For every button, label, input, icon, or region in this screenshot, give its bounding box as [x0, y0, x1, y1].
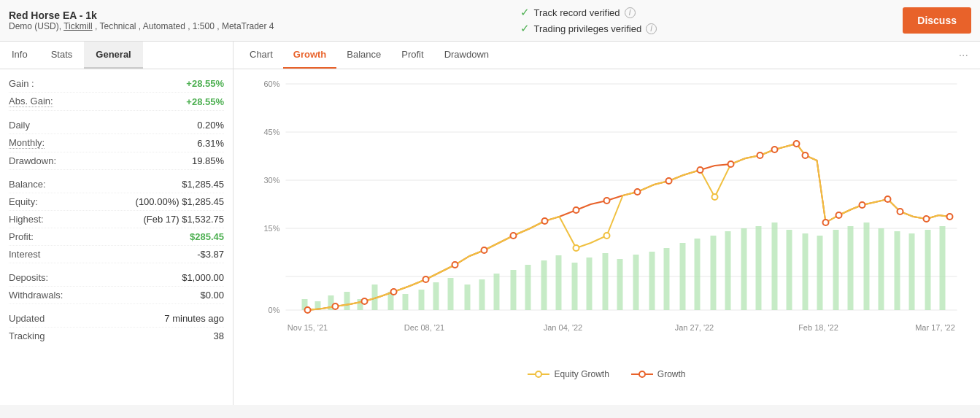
- svg-rect-55: [879, 228, 884, 310]
- chart-tab-profit[interactable]: Profit: [391, 42, 433, 69]
- gain-label: Gain :: [9, 78, 34, 89]
- profit-label: Profit:: [9, 231, 34, 242]
- monthly-label: Monthly:: [9, 137, 45, 149]
- track-record-label: Track record verified: [534, 7, 620, 18]
- chart-tab-chart[interactable]: Chart: [239, 42, 283, 69]
- svg-point-82: [885, 196, 891, 202]
- svg-point-60: [305, 307, 311, 313]
- balance-label: Balance:: [9, 179, 46, 190]
- abs-gain-label: Abs. Gain:: [9, 96, 53, 107]
- svg-point-71: [635, 189, 641, 195]
- daily-value: 0.20%: [197, 120, 224, 131]
- svg-rect-47: [756, 226, 762, 310]
- abs-gain-value: +28.55%: [186, 96, 224, 107]
- tracking-row: Tracking 38: [9, 328, 224, 344]
- svg-point-78: [803, 152, 809, 158]
- svg-rect-54: [864, 222, 870, 310]
- discuss-button[interactable]: Discuss: [903, 7, 971, 34]
- info-icon-2[interactable]: i: [646, 23, 657, 34]
- main-content: Info Stats General Gain : +28.55% Abs. G…: [0, 42, 980, 405]
- chart-tab-drawdown[interactable]: Drawdown: [434, 42, 499, 69]
- legend-equity: Equity Growth: [528, 369, 609, 379]
- updated-row: Updated 7 minutes ago: [9, 310, 224, 328]
- svg-point-85: [947, 214, 953, 220]
- monthly-value: 6.31%: [197, 138, 224, 149]
- svg-rect-42: [680, 243, 686, 310]
- growth-chart: 60% 45% 30% 15% 0% Nov 15, '21 Dec 08, '…: [241, 77, 973, 361]
- svg-point-74: [728, 161, 734, 167]
- svg-rect-25: [419, 290, 425, 310]
- svg-rect-48: [772, 222, 778, 310]
- svg-rect-38: [617, 259, 623, 310]
- verification-section: ✓ Track record verified i ✓ Trading priv…: [520, 6, 657, 35]
- svg-text:Mar 17, '22: Mar 17, '22: [915, 323, 955, 332]
- svg-point-76: [772, 147, 778, 152]
- svg-point-84: [924, 216, 930, 222]
- svg-text:Dec 08, '21: Dec 08, '21: [404, 323, 444, 332]
- drawdown-row: Drawdown: 19.85%: [9, 152, 224, 170]
- svg-rect-39: [633, 255, 639, 310]
- svg-rect-31: [511, 270, 517, 310]
- svg-rect-40: [649, 252, 655, 310]
- deposits-row: Deposits: $1,000.00: [9, 269, 224, 287]
- svg-point-75: [757, 152, 763, 158]
- check-icon-2: ✓: [520, 22, 530, 35]
- info-icon-1[interactable]: i: [625, 7, 636, 18]
- chart-legend: Equity Growth Growth: [241, 363, 973, 385]
- svg-text:Jan 27, '22: Jan 27, '22: [675, 323, 714, 332]
- svg-point-87: [604, 233, 610, 239]
- highest-label: Highest:: [9, 214, 44, 225]
- svg-point-65: [452, 262, 458, 268]
- svg-rect-56: [895, 231, 900, 310]
- abs-gain-row: Abs. Gain: +28.55%: [9, 93, 224, 111]
- info-section: Gain : +28.55% Abs. Gain: +28.55% Daily …: [0, 69, 233, 350]
- deposits-label: Deposits:: [9, 272, 48, 283]
- daily-label: Daily: [9, 120, 30, 131]
- right-panel: Chart Growth Balance Profit Drawdown ···: [234, 42, 980, 405]
- svg-text:45%: 45%: [263, 128, 279, 136]
- svg-point-72: [666, 178, 672, 184]
- svg-point-69: [574, 207, 579, 213]
- svg-point-67: [511, 233, 517, 239]
- chart-tab-balance[interactable]: Balance: [336, 42, 391, 69]
- equity-line-icon: [528, 370, 549, 379]
- svg-point-73: [698, 167, 703, 173]
- tab-stats[interactable]: Stats: [39, 42, 85, 69]
- header: Red Horse EA - 1k Demo (USD), Tickmill ,…: [0, 0, 980, 42]
- svg-rect-32: [525, 265, 531, 310]
- broker-link[interactable]: Tickmill: [63, 21, 93, 31]
- withdrawals-value: $0.00: [200, 290, 224, 301]
- chart-tab-growth[interactable]: Growth: [283, 42, 337, 69]
- balance-value: $1,285.45: [182, 179, 224, 190]
- drawdown-label: Drawdown:: [9, 155, 56, 166]
- svg-rect-36: [587, 258, 593, 310]
- trading-privileges-verify: ✓ Trading privileges verified i: [520, 22, 657, 35]
- equity-value: (100.00%) $1,285.45: [136, 196, 224, 207]
- tab-info[interactable]: Info: [0, 42, 39, 69]
- ea-subtitle: Demo (USD), Tickmill , Technical , Autom…: [9, 21, 274, 31]
- tracking-label: Tracking: [9, 330, 45, 341]
- svg-rect-57: [909, 233, 915, 310]
- svg-text:15%: 15%: [263, 224, 279, 233]
- profit-row: Profit: $285.45: [9, 228, 224, 246]
- svg-point-64: [423, 276, 429, 282]
- legend-growth: Growth: [631, 369, 686, 379]
- svg-rect-27: [448, 278, 454, 310]
- drawdown-value: 19.85%: [192, 155, 224, 166]
- svg-point-83: [898, 209, 903, 214]
- balance-row: Balance: $1,285.45: [9, 176, 224, 193]
- tab-general[interactable]: General: [84, 42, 142, 69]
- svg-rect-26: [433, 282, 439, 310]
- svg-point-61: [333, 303, 339, 309]
- svg-point-77: [794, 141, 800, 147]
- interest-label: Interest: [9, 249, 40, 260]
- svg-point-70: [604, 198, 610, 204]
- main-container: Red Horse EA - 1k Demo (USD), Tickmill ,…: [0, 0, 980, 405]
- updated-label: Updated: [9, 313, 45, 324]
- svg-rect-20: [344, 292, 350, 310]
- svg-rect-58: [925, 230, 931, 310]
- chart-area: 60% 45% 30% 15% 0% Nov 15, '21 Dec 08, '…: [234, 69, 980, 405]
- svg-rect-52: [833, 230, 839, 310]
- chart-menu-button[interactable]: ···: [953, 43, 974, 68]
- gain-value: +28.55%: [186, 78, 224, 89]
